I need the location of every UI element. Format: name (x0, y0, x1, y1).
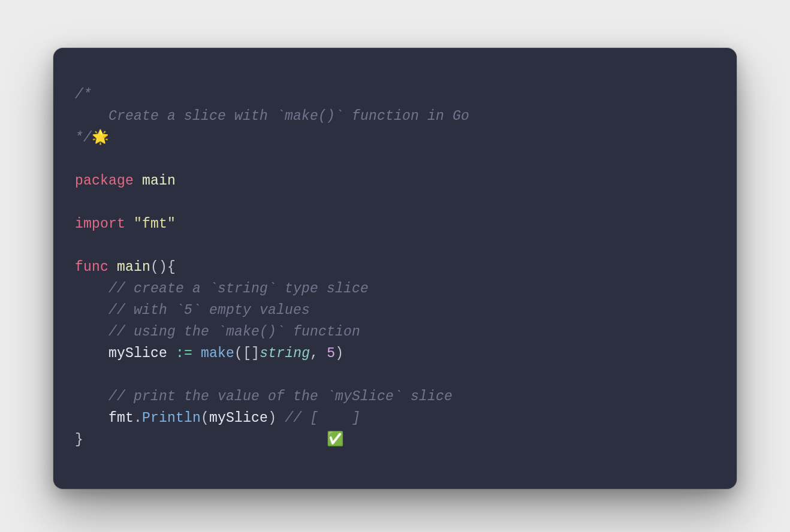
indent (75, 346, 108, 361)
call-println: Println (142, 410, 201, 426)
type-string: string (260, 346, 310, 361)
keyword-import: import (75, 216, 125, 232)
var-myslice: mySlice (108, 346, 167, 361)
sparkle-icon: 🌟 (92, 130, 109, 146)
num-five: 5 (327, 346, 335, 361)
comma: , (310, 346, 318, 361)
indent (75, 281, 108, 297)
paren-close-2: ) (268, 410, 276, 426)
keyword-package: package (75, 173, 134, 189)
comment-slice-3: // using the `make()` function (108, 324, 360, 340)
keyword-func: func (75, 259, 108, 275)
paren-open-2: ( (201, 410, 209, 426)
package-name: main (142, 173, 176, 189)
comment-print: // print the value of the `mySlice` slic… (108, 389, 453, 404)
code-block: /* Create a slice with `make()` function… (75, 84, 715, 451)
canvas-background: /* Create a slice with `make()` function… (0, 0, 790, 532)
check-icon: ✅ (327, 432, 344, 448)
brace-open: { (167, 259, 176, 275)
block-comment-open: /* (75, 87, 92, 102)
dot: . (134, 410, 142, 426)
block-comment-close: */ (75, 130, 92, 146)
paren-close: ) (335, 346, 343, 361)
bracket-pair: [] (243, 346, 260, 361)
indent (75, 303, 108, 318)
paren-open: ( (234, 346, 243, 361)
indent (75, 324, 108, 340)
indent (75, 389, 108, 404)
func-name: main (117, 259, 150, 275)
comment-slice-2: // with `5` empty values (108, 303, 310, 318)
op-short-decl: := (176, 346, 192, 361)
block-comment-body: Create a slice with `make()` function in… (75, 108, 469, 124)
comment-output: // [ ] (285, 410, 360, 426)
brace-close: } (75, 432, 83, 448)
import-path: "fmt" (134, 216, 176, 232)
indent (75, 410, 108, 426)
func-parens: () (150, 259, 167, 275)
arg-myslice: mySlice (209, 410, 268, 426)
code-card: /* Create a slice with `make()` function… (53, 48, 737, 489)
call-make: make (201, 346, 234, 361)
comment-slice-1: // create a `string` type slice (108, 281, 369, 297)
ident-fmt: fmt (108, 410, 134, 426)
